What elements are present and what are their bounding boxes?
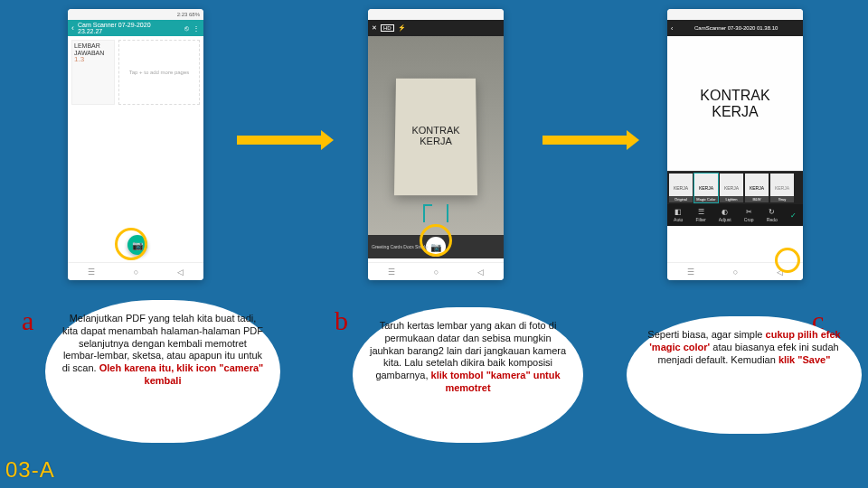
scan-app-bar: ‹ CamScanner 07-30-2020 01.38.10 xyxy=(667,20,803,36)
status-bar xyxy=(667,9,803,20)
app-bar: ‹ Cam Scanner 07-29-2020 23.22.27 ⎋ ⋮ xyxy=(68,20,203,36)
caption-c-emphasis2: klik "Save" xyxy=(778,354,831,365)
home-icon[interactable]: ○ xyxy=(733,267,738,277)
empty-body xyxy=(68,108,203,253)
more-icon[interactable]: ⋮ xyxy=(193,24,200,33)
home-icon[interactable]: ○ xyxy=(134,267,138,277)
camera-viewfinder: KONTRAK KERJA xyxy=(368,36,504,235)
tool-filter[interactable]: ☰Filter xyxy=(696,208,706,222)
back-icon[interactable]: ‹ xyxy=(71,23,74,33)
recent-icon[interactable]: ☰ xyxy=(388,267,395,277)
tool-auto[interactable]: ◧Auto xyxy=(674,208,683,222)
add-more-hint[interactable]: Tap + to add more pages xyxy=(118,40,200,105)
capture-modes[interactable]: Greeting Cards Docs Single xyxy=(372,244,428,249)
arrow-b-to-c xyxy=(542,136,628,145)
caption-bubble-a: Melanjutkan PDF yang telah kita buat tad… xyxy=(45,300,280,443)
doc-title: Cam Scanner 07-29-2020 23.22.27 xyxy=(78,22,181,34)
status-bar: 2:23 68% xyxy=(68,9,203,20)
filter-icon: ☰ xyxy=(698,208,704,216)
tool-redo[interactable]: ↻Redo xyxy=(767,208,778,222)
paper-line1: KONTRAK xyxy=(411,125,459,136)
step-label-b: b xyxy=(335,305,348,336)
check-icon: ✓ xyxy=(790,211,797,220)
adjust-icon: ◐ xyxy=(722,208,728,216)
crop-guide-icon xyxy=(423,204,448,222)
hd-toggle[interactable]: HD xyxy=(381,24,394,32)
caption-b-emphasis: klik tombol "kamera" untuk memotret xyxy=(431,370,561,393)
redo-icon: ↻ xyxy=(769,208,775,216)
android-navbar: ☰ ○ ◁ xyxy=(368,262,504,280)
camera-top-bar: ✕ HD ⚡ xyxy=(368,20,504,36)
recent-icon[interactable]: ☰ xyxy=(687,267,694,277)
phone-screenshot-a: 2:23 68% ‹ Cam Scanner 07-29-2020 23.22.… xyxy=(68,9,203,280)
camera-controls: Greeting Cards Docs Single 📷 xyxy=(368,235,504,258)
step-label-a: a xyxy=(22,305,33,336)
phone-screenshot-c: ‹ CamScanner 07-30-2020 01.38.10 KONTRAK… xyxy=(667,9,803,280)
tool-row: ◧Auto ☰Filter ◐Adjust ✂Crop ↻Redo ✓ xyxy=(667,204,803,226)
filter-magic-color[interactable]: KERJAMagic Color xyxy=(694,174,718,202)
page-thumb-1[interactable]: LEMBAR JAWABAN 1.3 xyxy=(71,40,115,105)
back-nav-icon[interactable]: ◁ xyxy=(477,267,484,277)
back-icon[interactable]: ‹ xyxy=(671,25,673,32)
crop-icon: ✂ xyxy=(746,208,752,216)
share-icon[interactable]: ⎋ xyxy=(184,24,189,33)
thumb-text: LEMBAR JAWABAN xyxy=(74,42,112,56)
back-nav-icon[interactable]: ◁ xyxy=(177,267,184,277)
filter-bw[interactable]: KERJAB&W xyxy=(745,174,769,202)
android-navbar: ☰ ○ ◁ xyxy=(667,262,803,280)
page-thumbnails: LEMBAR JAWABAN 1.3 Tap + to add more pag… xyxy=(68,36,203,108)
page-number: 03-A xyxy=(5,457,55,483)
scan-line1: KONTRAK xyxy=(700,88,769,104)
paper-in-view: KONTRAK KERJA xyxy=(394,79,477,195)
filter-original[interactable]: KERJAOriginal xyxy=(669,174,693,202)
caption-a-emphasis: Oleh karena itu, klik icon "camera" kemb… xyxy=(99,362,264,386)
recent-icon[interactable]: ☰ xyxy=(88,267,95,277)
tool-crop[interactable]: ✂Crop xyxy=(744,208,754,222)
back-nav-icon[interactable]: ◁ xyxy=(777,267,783,277)
scanned-image: KONTRAK KERJA xyxy=(667,36,803,172)
android-navbar: ☰ ○ ◁ xyxy=(68,262,203,280)
arrow-a-to-b xyxy=(237,136,323,145)
tool-adjust[interactable]: ◐Adjust xyxy=(719,208,731,222)
scan-line2: KERJA xyxy=(712,104,759,120)
caption-bubble-c: Seperti biasa, agar simple cukup pilih e… xyxy=(627,316,862,434)
caption-c-text: Seperti biasa, agar simple xyxy=(647,329,765,340)
doc-title: CamScanner 07-30-2020 01.38.10 xyxy=(694,25,778,31)
filter-row: KERJAOriginal KERJAMagic Color KERJALigh… xyxy=(667,172,803,204)
thumb-hand: 1.3 xyxy=(74,56,112,64)
close-icon[interactable]: ✕ xyxy=(372,24,377,32)
filter-gray[interactable]: KERJAGray xyxy=(770,174,794,202)
caption-bubble-b: Taruh kertas lembar yang akan di foto di… xyxy=(353,307,583,443)
save-check[interactable]: ✓ xyxy=(790,211,797,220)
home-icon[interactable]: ○ xyxy=(434,267,439,277)
phone-screenshot-b: ✕ HD ⚡ KONTRAK KERJA Greeting Cards Docs… xyxy=(368,9,504,280)
flash-icon[interactable]: ⚡ xyxy=(398,24,406,32)
paper-line2: KERJA xyxy=(420,136,452,146)
auto-icon: ◧ xyxy=(675,208,682,216)
camera-fab[interactable]: 📷 xyxy=(127,235,147,255)
status-bar xyxy=(368,9,504,20)
shutter-button[interactable]: 📷 xyxy=(426,237,446,257)
filter-lighten[interactable]: KERJALighten xyxy=(720,174,743,202)
